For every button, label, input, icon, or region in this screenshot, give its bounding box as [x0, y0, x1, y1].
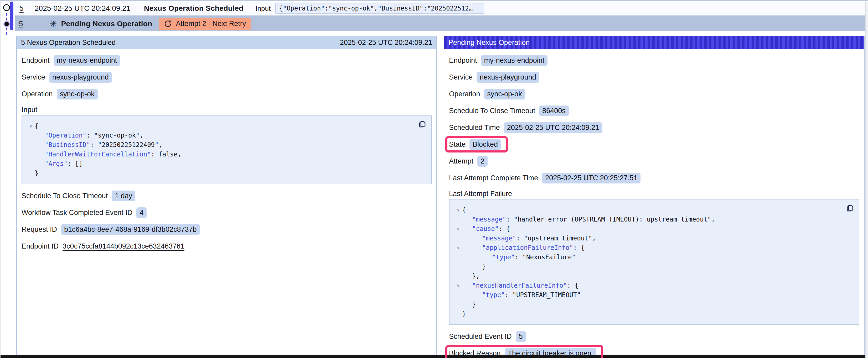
json-line-content: "cause": {: [462, 225, 510, 232]
json-token: "type": [482, 291, 505, 299]
copy-button[interactable]: [844, 203, 855, 214]
json-line-content: "message": "handler error (UPSTREAM_TIME…: [462, 216, 715, 223]
json-line-content: "nexusHandlerFailureInfo": {: [462, 282, 579, 289]
detail-field-row: Schedule To Close Timeout86400s: [449, 105, 859, 117]
json-line: ∨"cause": {: [454, 224, 854, 234]
detail-field-row: Operationsync-op-ok: [449, 88, 859, 100]
copy-icon: [845, 203, 855, 213]
json-line: ∨{: [27, 121, 426, 131]
field-label: State: [449, 140, 466, 149]
scrollbar[interactable]: [865, 2, 868, 358]
json-line: "type": "UPSTREAM_TIMEOUT": [454, 290, 854, 300]
json-token: "UPSTREAM_TIMEOUT": [513, 291, 581, 299]
json-token: }: [482, 263, 486, 270]
field-label: Scheduled Time: [449, 124, 500, 132]
section-label: Input: [22, 105, 432, 115]
json-token: "type": [492, 254, 515, 261]
detail-field: Servicenexus-playground: [449, 71, 539, 83]
collapse-chevron-icon[interactable]: ∨: [27, 123, 35, 129]
event-detail-header-timestamp: 2025-02-25 UTC 20:24:09.21: [340, 39, 432, 47]
field-label: Operation: [449, 90, 480, 98]
pending-title: Pending Nexus Operation: [61, 20, 152, 28]
json-viewer: ∨{"message": "handler error (UPSTREAM_TI…: [449, 199, 859, 325]
json-token: "NexusFailure": [523, 254, 576, 261]
field-value-pill: 1 day: [112, 191, 135, 201]
event-row-pending[interactable]: 5 ✳ Pending Nexus Operation Attempt 2 · …: [15, 16, 865, 31]
field-label: Last Attempt Complete Time: [449, 174, 538, 182]
field-value-pill: my-nexus-endpoint: [481, 55, 548, 66]
json-token: "applicationFailureInfo": [482, 244, 573, 252]
detail-field-row: Endpointmy-nexus-endpoint: [449, 55, 859, 66]
json-line-content: }: [35, 169, 38, 177]
event-input-label: Input: [255, 4, 271, 12]
pending-asterisk-icon: ✳: [50, 20, 57, 28]
timeline-node-open-icon[interactable]: [3, 4, 10, 11]
json-line: }: [454, 300, 854, 309]
detail-field-row: Attempt2: [449, 155, 859, 167]
collapse-chevron-icon[interactable]: ∨: [454, 283, 462, 288]
detail-field-row: Workflow Task Completed Event ID4: [22, 207, 432, 218]
json-line: }: [27, 168, 426, 178]
field-label: Endpoint ID: [22, 242, 59, 250]
json-token: "nexusHandlerFailureInfo": [472, 282, 567, 289]
field-value-pill: nexus-playground: [49, 72, 112, 83]
field-label: Schedule To Close Timeout: [22, 192, 108, 200]
field-label: Schedule To Close Timeout: [449, 107, 535, 115]
json-line: },: [454, 271, 854, 281]
copy-button[interactable]: [416, 119, 428, 130]
json-line: ∨"applicationFailureInfo": {: [454, 243, 854, 253]
json-token: "Args": [45, 160, 67, 167]
pending-operation-body: Endpointmy-nexus-endpointServicenexus-pl…: [444, 49, 864, 358]
json-line-content: "message": "upstream timeout",: [462, 235, 596, 242]
field-value-pill: 2025-02-25 UTC 20:25:27.51: [542, 173, 641, 184]
collapse-chevron-icon[interactable]: ∨: [454, 226, 462, 231]
collapse-chevron-icon[interactable]: ∨: [454, 207, 462, 213]
json-line: }: [454, 262, 854, 271]
event-detail-header: 5 Nexus Operation Scheduled 2025-02-25 U…: [17, 36, 436, 49]
collapse-chevron-icon[interactable]: ∨: [454, 245, 462, 250]
json-token: {: [462, 206, 466, 214]
json-token: "sync-op-ok",: [94, 132, 144, 139]
endpoint-id-link[interactable]: 3c0c75ccfa8144b092c13ce632463761: [63, 242, 184, 250]
field-label: Attempt: [449, 157, 473, 165]
json-line: "message": "upstream timeout",: [454, 234, 854, 243]
field-label: Workflow Task Completed Event ID: [22, 209, 132, 217]
json-token: :: [573, 244, 581, 252]
json-token: :: [87, 132, 94, 139]
pending-id-link[interactable]: 5: [19, 20, 23, 28]
json-line-content: "applicationFailureInfo": {: [462, 244, 585, 252]
timeline-node-current-icon[interactable]: [3, 21, 10, 27]
field-value-pill: 2025-02-25 UTC 20:24:09.21: [504, 122, 602, 133]
json-token: {: [35, 122, 38, 130]
detail-field: Attempt2: [449, 155, 488, 167]
json-token: :: [515, 254, 523, 261]
json-token: "20250225122409",: [98, 141, 162, 149]
json-token: :: [505, 291, 513, 299]
field-label: Operation: [22, 90, 53, 98]
retry-status-badge: Attempt 2 · Next Retry: [159, 18, 251, 30]
json-token: {: [581, 244, 585, 252]
detail-field-row: Operationsync-op-ok: [22, 88, 432, 100]
detail-field: Endpoint ID3c0c75ccfa8144b092c13ce632463…: [22, 240, 184, 252]
json-line-content: {: [35, 122, 38, 130]
detail-field-row: StateBlocked: [449, 138, 859, 150]
detail-field-row: Scheduled Time2025-02-25 UTC 20:24:09.21: [449, 122, 859, 133]
json-line-content: }: [462, 301, 476, 308]
event-input-preview-chip[interactable]: {"Operation":"sync-op-ok","BusinessID":"…: [275, 3, 484, 14]
event-row-scheduled[interactable]: 5 2025-02-25 UTC 20:24:09.21 Nexus Opera…: [15, 2, 865, 16]
json-line: "message": "handler error (UPSTREAM_TIME…: [454, 215, 854, 224]
json-line: }: [454, 309, 854, 319]
field-label: Endpoint: [449, 57, 477, 65]
detail-field-row: Request IDb1c6a4bc-8ee7-468a-9169-df3b02…: [22, 224, 432, 235]
json-token: "message": [482, 235, 516, 242]
field-label: Service: [449, 73, 473, 82]
detail-field: Request IDb1c6a4bc-8ee7-468a-9169-df3b02…: [22, 224, 200, 235]
json-token: :: [567, 282, 575, 289]
detail-field-row: Servicenexus-playground: [449, 71, 859, 83]
json-token: "HandlerWaitForCancellation": [45, 151, 151, 158]
json-line: "Args": []: [27, 159, 426, 168]
pending-operation-panel: Pending Nexus Operation Endpointmy-nexus…: [444, 36, 865, 355]
json-token: "handler error (UPSTREAM_TIMEOUT): upstr…: [514, 216, 715, 223]
field-label: Scheduled Event ID: [449, 332, 512, 341]
event-id-link[interactable]: 5: [20, 4, 30, 12]
